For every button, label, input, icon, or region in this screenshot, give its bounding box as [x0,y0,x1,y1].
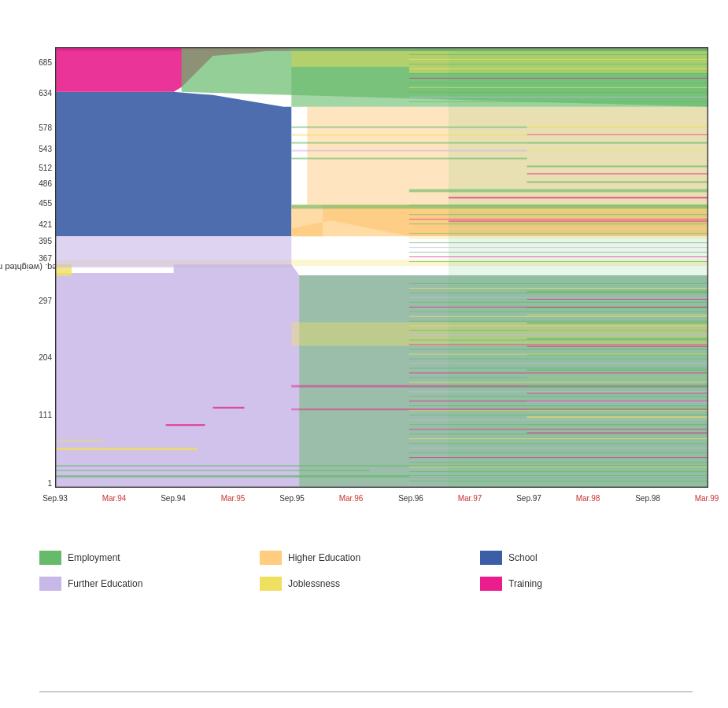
svg-rect-127 [409,476,708,477]
y-tick-486: 486 [39,179,52,188]
svg-rect-85 [409,261,708,262]
legend-item-training: Training [480,577,700,591]
svg-rect-29 [527,127,708,128]
svg-rect-106 [409,378,708,378]
svg-rect-122 [409,452,708,453]
joblessness-color [260,577,282,591]
chart-plot-area [55,47,708,488]
svg-rect-96 [409,330,708,331]
x-axis-labels: Sep.93 Mar.94 Sep.94 Mar.95 Sep.95 Mar.9… [55,494,708,518]
svg-rect-55 [291,135,527,136]
svg-rect-92 [409,312,708,312]
svg-rect-87 [409,288,708,289]
chart-container: 712 seq. (weighted n=711.57), sorted 1 1… [0,0,728,708]
y-tick-367: 367 [39,254,52,263]
svg-rect-7 [56,440,103,441]
svg-rect-66 [409,73,708,74]
x-tick-mar97: Mar.97 [458,494,482,503]
svg-rect-114 [409,415,708,415]
x-tick-sep98: Sep.98 [635,494,660,503]
x-tick-sep97: Sep.97 [516,494,541,503]
svg-rect-116 [409,424,708,425]
legend-item-further-education: Further Education [39,577,260,591]
svg-rect-70 [409,92,708,93]
svg-rect-69 [409,87,708,88]
svg-rect-53 [527,432,708,433]
y-tick-634: 634 [39,89,52,98]
y-tick-543: 543 [39,145,52,153]
svg-rect-59 [449,197,708,198]
svg-rect-32 [527,150,708,151]
svg-rect-123 [409,457,708,458]
further-education-color [39,577,61,591]
svg-rect-79 [409,233,708,234]
svg-rect-37 [527,299,708,300]
svg-rect-73 [409,205,708,205]
svg-rect-93 [409,316,708,317]
x-tick-sep93: Sep.93 [42,494,68,503]
legend-item-joblessness: Joblessness [260,577,480,591]
svg-rect-68 [409,83,708,83]
svg-rect-64 [409,64,708,65]
svg-rect-75 [409,214,708,215]
svg-rect-48 [527,393,708,393]
svg-rect-31 [527,142,708,144]
svg-rect-115 [409,419,708,420]
x-tick-mar96: Mar.96 [339,494,364,503]
svg-rect-101 [409,354,708,355]
svg-rect-83 [409,252,708,253]
svg-rect-33 [527,165,708,167]
svg-rect-113 [409,410,708,411]
y-tick-512: 512 [39,164,52,172]
svg-rect-56 [291,142,527,144]
svg-rect-99 [409,345,708,345]
svg-rect-43 [527,346,708,347]
svg-rect-58 [291,158,527,160]
svg-rect-86 [409,283,708,284]
svg-rect-51 [527,416,708,418]
y-tick-395: 395 [39,237,52,245]
svg-rect-121 [409,448,708,448]
school-color [480,551,502,565]
svg-rect-9 [166,424,205,426]
chart-svg [56,48,708,487]
svg-marker-15 [56,92,291,236]
legend: Employment Higher Education School Furth… [39,551,708,595]
svg-rect-35 [527,181,708,183]
svg-rect-124 [409,462,708,463]
legend-label-joblessness: Joblessness [288,578,340,589]
svg-rect-60 [449,220,708,222]
y-ticks: 1 111 204 297 367 395 421 455 486 512 54… [24,47,54,488]
svg-rect-103 [409,363,708,364]
legend-label-school: School [508,552,538,563]
legend-label-higher-education: Higher Education [288,552,360,563]
svg-rect-111 [409,400,708,401]
svg-rect-110 [409,396,708,396]
y-tick-455: 455 [39,199,52,208]
svg-rect-57 [291,150,527,152]
svg-rect-81 [409,242,708,243]
svg-rect-102 [409,359,708,360]
svg-rect-6 [56,448,198,450]
svg-rect-30 [527,135,708,135]
y-tick-578: 578 [39,124,52,132]
svg-rect-125 [409,466,708,467]
x-tick-mar94: Mar.94 [102,494,127,503]
svg-rect-109 [409,391,708,392]
x-tick-mar95: Mar.95 [221,494,246,503]
svg-rect-47 [527,385,708,386]
svg-rect-76 [409,219,708,219]
svg-rect-71 [409,97,708,98]
svg-rect-72 [409,101,708,102]
svg-rect-42 [527,338,708,340]
svg-rect-62 [409,54,708,55]
svg-rect-80 [409,238,708,238]
legend-label-training: Training [508,578,542,589]
svg-rect-117 [409,429,708,430]
svg-rect-63 [409,59,708,60]
svg-rect-77 [409,223,708,224]
svg-rect-98 [409,340,708,341]
svg-rect-120 [409,443,708,444]
legend-item-school: School [480,551,700,565]
svg-rect-10 [213,407,245,408]
